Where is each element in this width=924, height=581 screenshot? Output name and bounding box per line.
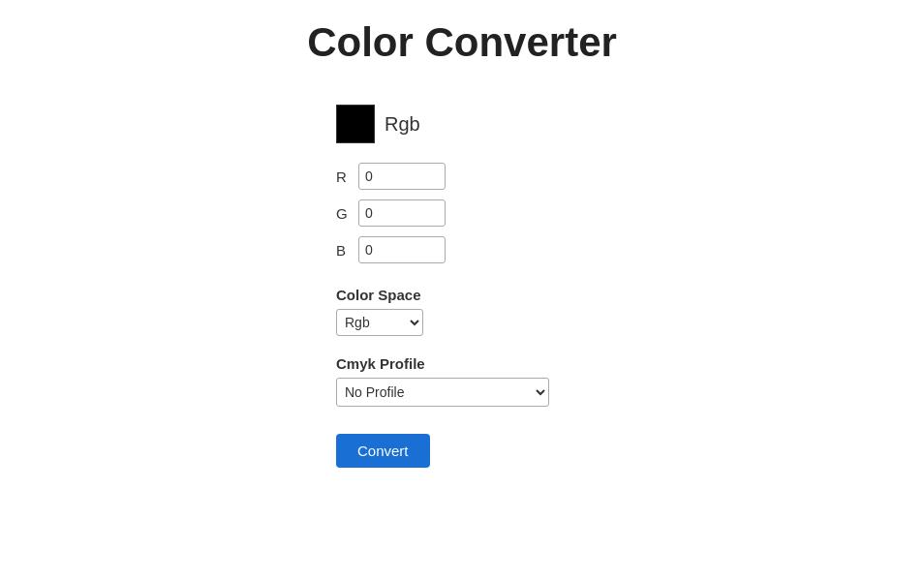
convert-button[interactable]: Convert [336, 434, 430, 468]
b-input-row: B [336, 236, 446, 263]
page-title: Color Converter [307, 19, 617, 66]
g-input-row: G [336, 199, 446, 227]
color-preview-row: Rgb [336, 105, 420, 143]
color-swatch [336, 105, 375, 143]
cmyk-profile-section: Cmyk Profile No Profile [336, 355, 549, 407]
color-space-section: Color Space Rgb Cmyk Hsv Hsl [336, 287, 423, 336]
b-input[interactable] [358, 236, 446, 263]
form-container: Rgb R G B Color Space Rgb Cmyk Hsv [336, 105, 588, 468]
b-label: B [336, 242, 351, 259]
color-space-label: Color Space [336, 287, 423, 303]
cmyk-profile-select[interactable]: No Profile [336, 378, 549, 407]
r-label: R [336, 168, 351, 185]
g-input[interactable] [358, 199, 446, 227]
color-space-display-label: Rgb [385, 113, 420, 136]
color-space-select[interactable]: Rgb Cmyk Hsv Hsl [336, 309, 423, 336]
r-input-row: R [336, 163, 446, 190]
rgb-inputs: R G B [336, 163, 446, 263]
page-container: Color Converter Rgb R G B Color Space [0, 0, 924, 581]
cmyk-profile-label: Cmyk Profile [336, 355, 549, 372]
g-label: G [336, 205, 351, 222]
r-input[interactable] [358, 163, 446, 190]
